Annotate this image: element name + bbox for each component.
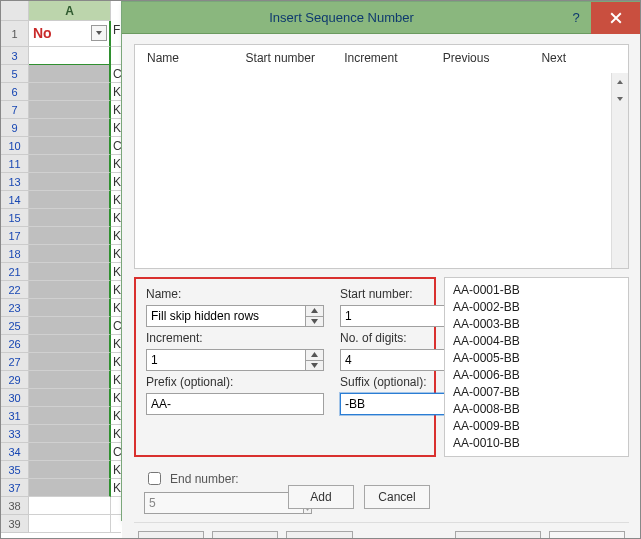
cell[interactable] <box>29 371 111 389</box>
help-button[interactable]: ? <box>561 10 591 25</box>
cell[interactable]: K <box>111 119 121 137</box>
row-header[interactable]: 10 <box>1 137 29 155</box>
end-number-input[interactable] <box>144 492 304 514</box>
cell[interactable] <box>29 497 111 515</box>
cell[interactable]: K <box>111 407 121 425</box>
cell[interactable] <box>29 353 111 371</box>
cell[interactable] <box>29 227 111 245</box>
row-header[interactable]: 33 <box>1 425 29 443</box>
cell[interactable] <box>29 173 111 191</box>
cell[interactable] <box>29 245 111 263</box>
cell[interactable] <box>29 101 111 119</box>
row-header[interactable]: 30 <box>1 389 29 407</box>
cell[interactable] <box>29 209 111 227</box>
name-field[interactable] <box>146 305 324 327</box>
row-header[interactable]: 18 <box>1 245 29 263</box>
cell[interactable]: K <box>111 335 121 353</box>
cell[interactable]: K <box>111 245 121 263</box>
row-header[interactable]: 22 <box>1 281 29 299</box>
increment-input[interactable] <box>146 349 306 371</box>
increment-field[interactable] <box>146 349 324 371</box>
cell[interactable] <box>29 263 111 281</box>
cell[interactable]: K <box>111 263 121 281</box>
row-header[interactable]: 9 <box>1 119 29 137</box>
cell[interactable] <box>29 155 111 173</box>
row-header[interactable]: 15 <box>1 209 29 227</box>
row-header[interactable]: 35 <box>1 461 29 479</box>
cell[interactable] <box>29 281 111 299</box>
cell[interactable] <box>29 407 111 425</box>
col-increment[interactable]: Increment <box>332 45 431 72</box>
row-header[interactable]: 5 <box>1 65 29 83</box>
cell[interactable] <box>111 497 121 515</box>
name-input[interactable] <box>146 305 306 327</box>
cell[interactable] <box>29 83 111 101</box>
cell[interactable]: K <box>111 299 121 317</box>
remove-button[interactable]: Remove <box>286 531 353 539</box>
cell[interactable]: K <box>111 227 121 245</box>
cell[interactable] <box>29 191 111 209</box>
close-icon[interactable] <box>591 2 641 34</box>
cell[interactable] <box>29 65 111 83</box>
cell[interactable] <box>29 47 111 65</box>
cell[interactable]: K <box>111 173 121 191</box>
fill-range-button[interactable]: Fill Range <box>455 531 541 539</box>
scroll-down-icon[interactable] <box>612 90 628 107</box>
row-header[interactable]: 11 <box>1 155 29 173</box>
cell[interactable]: K <box>111 155 121 173</box>
row-header[interactable]: 21 <box>1 263 29 281</box>
cell[interactable]: K <box>111 353 121 371</box>
row-header[interactable]: 7 <box>1 101 29 119</box>
header-cell[interactable]: No <box>29 21 111 47</box>
new-button[interactable]: New <box>138 531 204 539</box>
cell[interactable] <box>29 317 111 335</box>
column-header-a[interactable]: A <box>29 1 111 21</box>
cell[interactable]: K <box>111 101 121 119</box>
row-header[interactable]: 27 <box>1 353 29 371</box>
cell[interactable]: K <box>111 281 121 299</box>
cell[interactable]: K <box>111 461 121 479</box>
close-button[interactable]: Close <box>549 531 625 539</box>
scroll-up-icon[interactable] <box>612 73 628 90</box>
row-header[interactable]: 25 <box>1 317 29 335</box>
col-next[interactable]: Next <box>529 45 628 72</box>
col-previous[interactable]: Previous <box>431 45 530 72</box>
spin-down-icon[interactable] <box>306 361 323 371</box>
cell[interactable]: C <box>111 137 121 155</box>
cell[interactable] <box>29 299 111 317</box>
cell[interactable] <box>29 389 111 407</box>
row-header[interactable]: 3 <box>1 47 29 65</box>
end-number-field[interactable] <box>144 492 272 514</box>
cell[interactable] <box>29 137 111 155</box>
cell[interactable] <box>29 443 111 461</box>
col-name[interactable]: Name <box>135 45 234 72</box>
row-header[interactable]: 37 <box>1 479 29 497</box>
row-header[interactable]: 38 <box>1 497 29 515</box>
spin-up-icon[interactable] <box>306 350 323 361</box>
row-header[interactable]: 6 <box>1 83 29 101</box>
cell[interactable]: K <box>111 191 121 209</box>
cell[interactable]: C <box>111 443 121 461</box>
cell[interactable] <box>29 425 111 443</box>
add-button[interactable]: Add <box>288 485 354 509</box>
col-start[interactable]: Start number <box>234 45 333 72</box>
cell[interactable]: K <box>111 209 121 227</box>
row-header[interactable]: 17 <box>1 227 29 245</box>
row-header[interactable]: 26 <box>1 335 29 353</box>
cell[interactable]: K <box>111 389 121 407</box>
cell[interactable]: F <box>111 21 121 47</box>
spin-down-icon[interactable] <box>306 317 323 327</box>
cell[interactable]: K <box>111 83 121 101</box>
spin-up-icon[interactable] <box>306 306 323 317</box>
row-header[interactable]: 29 <box>1 371 29 389</box>
cell[interactable]: K <box>111 425 121 443</box>
row-header[interactable]: 1 <box>1 21 29 47</box>
title-bar[interactable]: Insert Sequence Number ? <box>122 2 641 34</box>
cell[interactable] <box>29 515 111 533</box>
cell[interactable] <box>29 479 111 497</box>
sequence-list[interactable]: Name Start number Increment Previous Nex… <box>134 44 628 269</box>
cell[interactable]: K <box>111 479 121 497</box>
cell[interactable] <box>111 515 121 533</box>
cell[interactable] <box>29 461 111 479</box>
end-number-checkbox[interactable]: End number: <box>144 469 272 488</box>
